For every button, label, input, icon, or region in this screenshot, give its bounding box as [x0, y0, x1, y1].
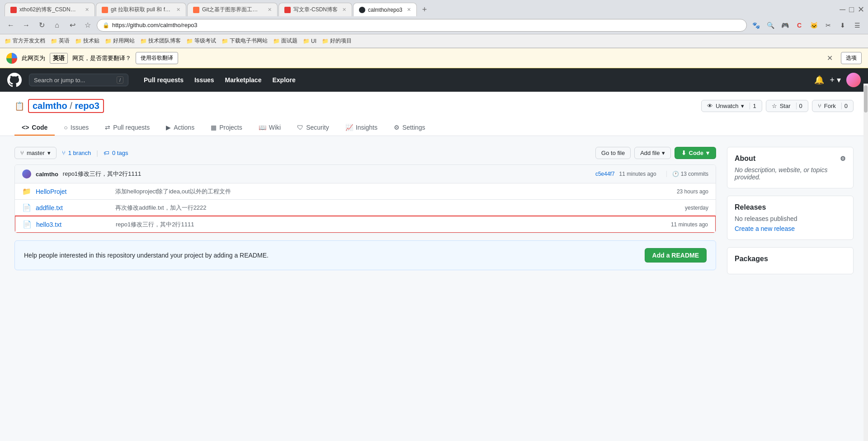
- github-logo[interactable]: [7, 73, 22, 87]
- maximize-button[interactable]: □: [849, 5, 854, 14]
- nav-pull-requests[interactable]: Pull requests: [139, 68, 188, 92]
- translate-options-button[interactable]: 选项: [841, 52, 862, 64]
- tag-icon: 🏷: [104, 150, 109, 156]
- repo-name-link[interactable]: repo3: [75, 101, 99, 111]
- back-button[interactable]: ←: [5, 19, 17, 32]
- bookmark-exam[interactable]: 📁 等级考试: [186, 37, 216, 45]
- translate-lang[interactable]: 英语: [50, 53, 68, 64]
- extension-btn-4[interactable]: 🐱: [807, 19, 820, 32]
- go-to-file-button[interactable]: Go to file: [595, 147, 631, 159]
- tab-insights[interactable]: 📈 Insights: [338, 120, 385, 136]
- repo-title: 📋 calmtho / repo3: [14, 99, 104, 113]
- tag-count-text: 0 tags: [112, 150, 128, 156]
- bookmark-useful[interactable]: 📁 好用网站: [105, 37, 135, 45]
- browser-tab-5[interactable]: calmtho/repo3 ✕: [353, 3, 417, 16]
- translate-logo: [6, 53, 17, 64]
- new-tab-button[interactable]: +: [418, 3, 431, 16]
- browser-tab-3[interactable]: Git之基于图形界面工具To... ✕: [187, 3, 278, 16]
- add-readme-button[interactable]: Add a README: [645, 248, 707, 263]
- bookmark-team[interactable]: 📁 技术团队博客: [140, 37, 181, 45]
- bookmark-button[interactable]: ☆: [81, 19, 94, 32]
- branch-selector[interactable]: ⑂ master ▾: [14, 147, 57, 159]
- file-name-1[interactable]: HelloProjet: [36, 188, 108, 195]
- nav-issues[interactable]: Issues: [190, 68, 219, 92]
- repo-title-row: 📋 calmtho / repo3 👁 Unwatch ▾ 1 ☆ Star 0…: [14, 99, 854, 118]
- browser-tab-4[interactable]: 写文章-CSDN博客 ✕: [278, 3, 352, 16]
- bookmark-english[interactable]: 📁 英语: [51, 37, 70, 45]
- tab-close-4[interactable]: ✕: [342, 7, 346, 13]
- watch-button[interactable]: 👁 Unwatch ▾ 1: [701, 100, 762, 112]
- scrollbar[interactable]: [863, 84, 868, 292]
- releases-title: Releases: [735, 203, 846, 211]
- translate-close-button[interactable]: ✕: [827, 54, 833, 62]
- scrollbar-thumb[interactable]: [864, 85, 868, 113]
- tab-favicon-1: [10, 7, 17, 13]
- tab-close-1[interactable]: ✕: [85, 7, 89, 13]
- tab-security[interactable]: 🛡 Security: [290, 120, 336, 136]
- star-button[interactable]: ☆ Star 0: [766, 100, 808, 112]
- branch-count-link[interactable]: ⑂ 1 branch: [62, 150, 91, 156]
- address-bar[interactable]: 🔒 https://github.com/calmtho/repo3: [97, 19, 747, 32]
- translate-prefix: 此网页为: [22, 54, 45, 62]
- bookmark-folder-icon-10: 📁: [322, 38, 329, 44]
- tab-close-3[interactable]: ✕: [268, 7, 272, 13]
- tab-issues[interactable]: ○ Issues: [57, 120, 96, 136]
- repo-icon: 📋: [14, 101, 24, 111]
- extension-btn-3[interactable]: C: [793, 19, 806, 32]
- gear-icon[interactable]: ⚙: [840, 155, 846, 162]
- bookmark-official[interactable]: 📁 官方开发文档: [5, 37, 45, 45]
- github-nav: Pull requests Issues Marketplace Explore: [139, 68, 300, 92]
- star-count: 0: [796, 103, 802, 109]
- file-name-2[interactable]: addfile.txt: [36, 204, 108, 211]
- fork-button[interactable]: ⑂ Fork 0: [812, 100, 854, 112]
- tab-code[interactable]: <> Code: [14, 120, 55, 136]
- translate-button[interactable]: 使用谷歌翻译: [136, 52, 178, 64]
- browser-tab-1[interactable]: xtho62的博客_CSDN博客 ✕: [5, 3, 95, 16]
- create-release-link[interactable]: Create a new release: [735, 225, 795, 232]
- download-btn[interactable]: ⬇: [836, 19, 849, 32]
- bookmark-ebook[interactable]: 📁 下载电子书网站: [222, 37, 268, 45]
- user-avatar[interactable]: [846, 73, 861, 87]
- tab-close-2[interactable]: ✕: [176, 7, 180, 13]
- tab-pull-requests[interactable]: ⇄ Pull requests: [98, 120, 157, 136]
- minimize-button[interactable]: ─: [840, 5, 845, 14]
- bookmark-tech[interactable]: 📁 技术贴: [75, 37, 99, 45]
- search-bar[interactable]: Search or jump to... /: [29, 74, 128, 86]
- scissor-btn[interactable]: ✂: [822, 19, 835, 32]
- close-button[interactable]: ✕: [858, 5, 864, 14]
- code-btn-label: Code: [689, 150, 704, 156]
- repo-tabs: <> Code ○ Issues ⇄ Pull requests ▶ Actio…: [14, 120, 854, 136]
- home-button[interactable]: ⌂: [51, 19, 63, 32]
- menu-btn[interactable]: ☰: [851, 19, 863, 32]
- search-btn[interactable]: 🔍: [764, 19, 777, 32]
- bookmark-projects[interactable]: 📁 好的项目: [322, 37, 352, 45]
- repo-owner-link[interactable]: calmtho: [33, 101, 67, 111]
- code-download-button[interactable]: ⬇ Code ▾: [675, 147, 717, 159]
- tab-projects[interactable]: ▦ Projects: [203, 120, 250, 136]
- file-table: calmtho repo1修改三行，其中2行1111 c5e44f7 11 mi…: [14, 164, 716, 233]
- bookmark-ui[interactable]: 📁 UI: [303, 38, 316, 44]
- tab-actions[interactable]: ▶ Actions: [159, 120, 202, 136]
- settings-tab-icon: ⚙: [394, 124, 400, 131]
- tab-wiki[interactable]: 📖 Wiki: [251, 120, 288, 136]
- tab-close-5[interactable]: ✕: [407, 7, 411, 13]
- nav-explore[interactable]: Explore: [268, 68, 300, 92]
- extension-btn-1[interactable]: 🐾: [750, 19, 762, 32]
- tab-wiki-label: Wiki: [269, 124, 281, 131]
- tag-count-link[interactable]: 🏷 0 tags: [104, 150, 128, 156]
- history-back-button[interactable]: ↩: [66, 19, 79, 32]
- bookmark-interview[interactable]: 📁 面试题: [273, 37, 297, 45]
- extension-btn-2[interactable]: 🎮: [778, 19, 791, 32]
- reload-button[interactable]: ↻: [35, 19, 48, 32]
- tab-settings[interactable]: ⚙ Settings: [387, 120, 433, 136]
- add-file-button[interactable]: Add file ▾: [634, 147, 670, 159]
- create-button[interactable]: + ▾: [830, 75, 841, 85]
- forward-button[interactable]: →: [20, 19, 33, 32]
- browser-tab-2[interactable]: git 拉取和获取 pull 和 fet... ✕: [96, 3, 186, 16]
- nav-marketplace[interactable]: Marketplace: [221, 68, 266, 92]
- commit-count-link[interactable]: 🕐 13 commits: [666, 171, 708, 177]
- commit-hash[interactable]: c5e44f7: [595, 171, 615, 177]
- file-name-3[interactable]: hello3.txt: [36, 221, 108, 228]
- commit-author[interactable]: calmtho: [36, 171, 58, 178]
- notifications-button[interactable]: 🔔: [814, 75, 824, 85]
